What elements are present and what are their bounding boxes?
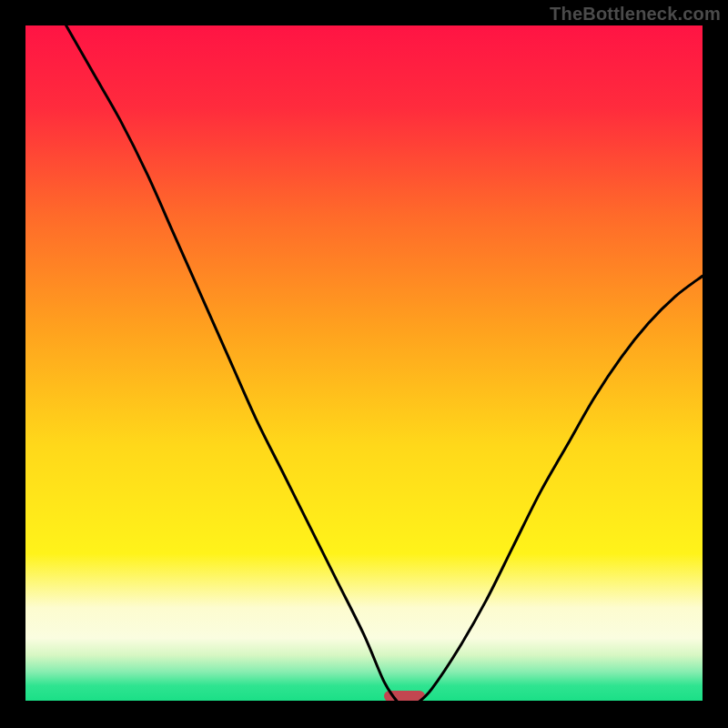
curve-left-branch bbox=[66, 25, 399, 703]
chart-frame: TheBottleneck.com bbox=[0, 0, 728, 728]
curve-right-branch bbox=[419, 276, 703, 703]
curve-layer bbox=[25, 25, 703, 703]
plot-area bbox=[25, 25, 703, 703]
watermark-text: TheBottleneck.com bbox=[550, 4, 721, 25]
x-axis-baseline bbox=[25, 701, 703, 703]
